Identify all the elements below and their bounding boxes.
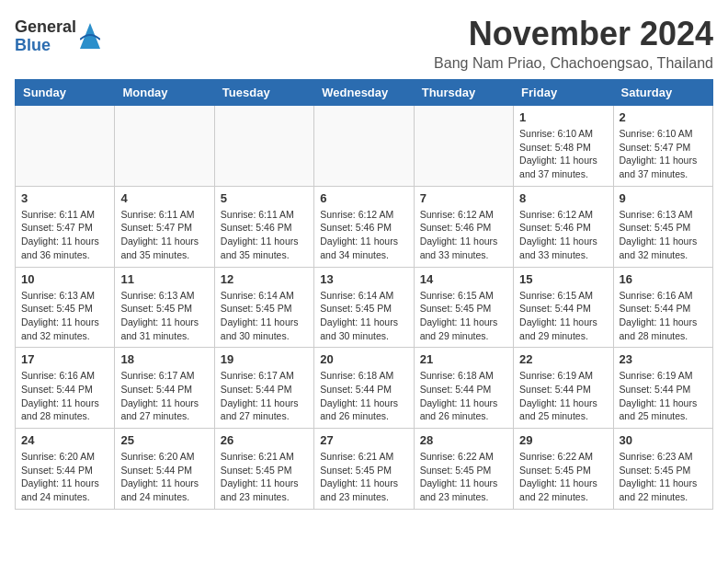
day-number: 7 — [420, 191, 507, 205]
col-header-tuesday: Tuesday — [214, 80, 313, 106]
day-number: 16 — [620, 272, 707, 286]
calendar-cell: 19Sunrise: 6:17 AM Sunset: 5:44 PM Dayli… — [214, 348, 313, 429]
col-header-wednesday: Wednesday — [314, 80, 414, 106]
day-info: Sunrise: 6:11 AM Sunset: 5:46 PM Dayligh… — [221, 208, 308, 262]
calendar-cell: 4Sunrise: 6:11 AM Sunset: 5:47 PM Daylig… — [115, 186, 214, 267]
calendar-cell: 8Sunrise: 6:12 AM Sunset: 5:46 PM Daylig… — [514, 186, 613, 267]
day-number: 3 — [21, 191, 108, 205]
day-info: Sunrise: 6:22 AM Sunset: 5:45 PM Dayligh… — [519, 450, 607, 504]
day-number: 30 — [620, 433, 707, 447]
day-info: Sunrise: 6:20 AM Sunset: 5:44 PM Dayligh… — [120, 450, 208, 504]
day-number: 15 — [519, 272, 607, 286]
day-number: 5 — [221, 191, 308, 205]
calendar-cell: 20Sunrise: 6:18 AM Sunset: 5:44 PM Dayli… — [314, 348, 414, 429]
day-info: Sunrise: 6:15 AM Sunset: 5:45 PM Dayligh… — [420, 289, 507, 343]
page-header: General Blue November 2024 Bang Nam Pria… — [15, 15, 713, 72]
day-number: 11 — [120, 272, 208, 286]
col-header-thursday: Thursday — [414, 80, 513, 106]
calendar-cell: 1Sunrise: 6:10 AM Sunset: 5:48 PM Daylig… — [514, 106, 613, 187]
day-number: 23 — [620, 352, 707, 366]
day-info: Sunrise: 6:18 AM Sunset: 5:44 PM Dayligh… — [420, 369, 507, 423]
day-number: 6 — [320, 191, 407, 205]
day-number: 12 — [221, 272, 308, 286]
logo-blue: Blue — [15, 37, 76, 55]
day-info: Sunrise: 6:16 AM Sunset: 5:44 PM Dayligh… — [620, 289, 707, 343]
day-info: Sunrise: 6:10 AM Sunset: 5:47 PM Dayligh… — [620, 127, 707, 181]
day-info: Sunrise: 6:15 AM Sunset: 5:44 PM Dayligh… — [519, 289, 607, 343]
day-info: Sunrise: 6:20 AM Sunset: 5:44 PM Dayligh… — [21, 450, 108, 504]
col-header-sunday: Sunday — [16, 80, 115, 106]
day-number: 2 — [620, 110, 707, 124]
calendar-table: SundayMondayTuesdayWednesdayThursdayFrid… — [15, 79, 713, 510]
day-info: Sunrise: 6:14 AM Sunset: 5:45 PM Dayligh… — [320, 289, 407, 343]
calendar-cell: 29Sunrise: 6:22 AM Sunset: 5:45 PM Dayli… — [514, 429, 613, 510]
calendar-cell: 26Sunrise: 6:21 AM Sunset: 5:45 PM Dayli… — [214, 429, 313, 510]
logo: General Blue — [15, 18, 100, 55]
col-header-saturday: Saturday — [613, 80, 712, 106]
calendar-cell: 27Sunrise: 6:21 AM Sunset: 5:45 PM Dayli… — [314, 429, 414, 510]
col-header-friday: Friday — [514, 80, 613, 106]
calendar-cell: 21Sunrise: 6:18 AM Sunset: 5:44 PM Dayli… — [414, 348, 513, 429]
day-info: Sunrise: 6:12 AM Sunset: 5:46 PM Dayligh… — [320, 208, 407, 262]
calendar-cell — [115, 106, 214, 187]
calendar-cell: 23Sunrise: 6:19 AM Sunset: 5:44 PM Dayli… — [613, 348, 712, 429]
location-title: Bang Nam Priao, Chachoengsao, Thailand — [434, 55, 713, 72]
day-number: 28 — [420, 433, 507, 447]
calendar-cell: 17Sunrise: 6:16 AM Sunset: 5:44 PM Dayli… — [16, 348, 115, 429]
calendar-cell: 2Sunrise: 6:10 AM Sunset: 5:47 PM Daylig… — [613, 106, 712, 187]
calendar-cell: 25Sunrise: 6:20 AM Sunset: 5:44 PM Dayli… — [115, 429, 214, 510]
day-number: 21 — [420, 352, 507, 366]
day-info: Sunrise: 6:11 AM Sunset: 5:47 PM Dayligh… — [21, 208, 108, 262]
day-number: 22 — [519, 352, 607, 366]
day-number: 18 — [120, 352, 208, 366]
day-number: 14 — [420, 272, 507, 286]
day-number: 29 — [519, 433, 607, 447]
calendar-cell: 3Sunrise: 6:11 AM Sunset: 5:47 PM Daylig… — [16, 186, 115, 267]
day-info: Sunrise: 6:13 AM Sunset: 5:45 PM Dayligh… — [21, 289, 108, 343]
day-info: Sunrise: 6:14 AM Sunset: 5:45 PM Dayligh… — [221, 289, 308, 343]
calendar-cell: 15Sunrise: 6:15 AM Sunset: 5:44 PM Dayli… — [514, 267, 613, 348]
calendar-cell: 10Sunrise: 6:13 AM Sunset: 5:45 PM Dayli… — [16, 267, 115, 348]
day-info: Sunrise: 6:21 AM Sunset: 5:45 PM Dayligh… — [320, 450, 407, 504]
day-info: Sunrise: 6:13 AM Sunset: 5:45 PM Dayligh… — [120, 289, 208, 343]
day-info: Sunrise: 6:21 AM Sunset: 5:45 PM Dayligh… — [221, 450, 308, 504]
day-info: Sunrise: 6:17 AM Sunset: 5:44 PM Dayligh… — [120, 369, 208, 423]
day-info: Sunrise: 6:13 AM Sunset: 5:45 PM Dayligh… — [620, 208, 707, 262]
day-number: 25 — [120, 433, 208, 447]
calendar-cell: 28Sunrise: 6:22 AM Sunset: 5:45 PM Dayli… — [414, 429, 513, 510]
calendar-cell: 18Sunrise: 6:17 AM Sunset: 5:44 PM Dayli… — [115, 348, 214, 429]
day-number: 27 — [320, 433, 407, 447]
logo-icon — [80, 23, 100, 49]
calendar-week-4: 17Sunrise: 6:16 AM Sunset: 5:44 PM Dayli… — [16, 348, 713, 429]
calendar-cell: 22Sunrise: 6:19 AM Sunset: 5:44 PM Dayli… — [514, 348, 613, 429]
calendar-cell — [214, 106, 313, 187]
month-title: November 2024 — [434, 15, 713, 53]
calendar-cell: 24Sunrise: 6:20 AM Sunset: 5:44 PM Dayli… — [16, 429, 115, 510]
day-info: Sunrise: 6:17 AM Sunset: 5:44 PM Dayligh… — [221, 369, 308, 423]
calendar-header-row: SundayMondayTuesdayWednesdayThursdayFrid… — [16, 80, 713, 106]
calendar-cell: 5Sunrise: 6:11 AM Sunset: 5:46 PM Daylig… — [214, 186, 313, 267]
title-area: November 2024 Bang Nam Priao, Chachoengs… — [434, 15, 713, 72]
day-info: Sunrise: 6:12 AM Sunset: 5:46 PM Dayligh… — [420, 208, 507, 262]
calendar-cell: 16Sunrise: 6:16 AM Sunset: 5:44 PM Dayli… — [613, 267, 712, 348]
day-number: 10 — [21, 272, 108, 286]
calendar-week-1: 1Sunrise: 6:10 AM Sunset: 5:48 PM Daylig… — [16, 106, 713, 187]
calendar-cell — [16, 106, 115, 187]
calendar-cell: 14Sunrise: 6:15 AM Sunset: 5:45 PM Dayli… — [414, 267, 513, 348]
day-info: Sunrise: 6:10 AM Sunset: 5:48 PM Dayligh… — [519, 127, 607, 181]
calendar-week-2: 3Sunrise: 6:11 AM Sunset: 5:47 PM Daylig… — [16, 186, 713, 267]
day-info: Sunrise: 6:18 AM Sunset: 5:44 PM Dayligh… — [320, 369, 407, 423]
col-header-monday: Monday — [115, 80, 214, 106]
day-number: 13 — [320, 272, 407, 286]
calendar-cell: 12Sunrise: 6:14 AM Sunset: 5:45 PM Dayli… — [214, 267, 313, 348]
calendar-cell: 6Sunrise: 6:12 AM Sunset: 5:46 PM Daylig… — [314, 186, 414, 267]
logo-general: General — [15, 18, 76, 37]
calendar-cell: 30Sunrise: 6:23 AM Sunset: 5:45 PM Dayli… — [613, 429, 712, 510]
calendar-cell: 11Sunrise: 6:13 AM Sunset: 5:45 PM Dayli… — [115, 267, 214, 348]
calendar-cell — [314, 106, 414, 187]
calendar-week-5: 24Sunrise: 6:20 AM Sunset: 5:44 PM Dayli… — [16, 429, 713, 510]
day-info: Sunrise: 6:19 AM Sunset: 5:44 PM Dayligh… — [519, 369, 607, 423]
day-number: 19 — [221, 352, 308, 366]
day-info: Sunrise: 6:23 AM Sunset: 5:45 PM Dayligh… — [620, 450, 707, 504]
day-info: Sunrise: 6:11 AM Sunset: 5:47 PM Dayligh… — [120, 208, 208, 262]
